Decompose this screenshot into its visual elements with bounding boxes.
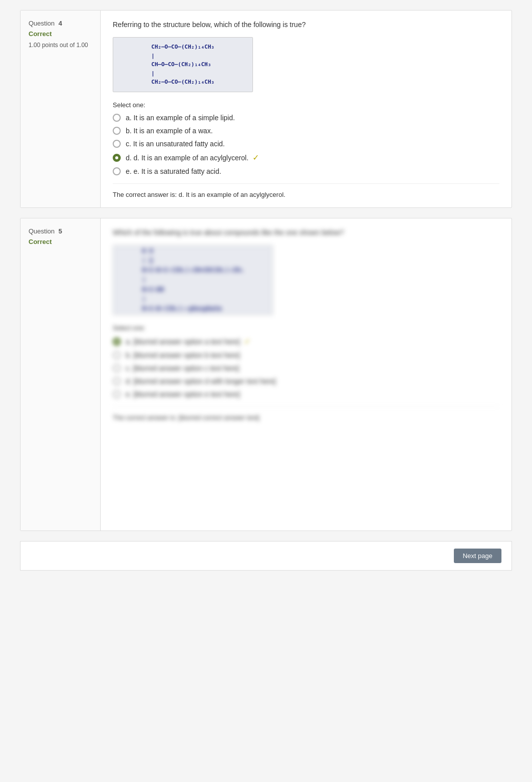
question-5-options: a. [blurred answer option a text here] ✓… [113,337,499,398]
question-4-points: 1.00 points out of 1.00 [29,41,92,50]
option-5a-text: a. [blurred answer option a text here] [126,338,240,346]
radio-5b[interactable] [113,351,121,359]
option-4e[interactable]: e. e. It is a saturated fatty acid. [113,167,499,175]
option-4b[interactable]: b. It is an example of a wax. [113,127,499,135]
option-5b-text: b. [blurred answer option b text here] [126,351,240,359]
question-4-image: CH₂—O—CO—(CH₂)₁₄CH₃ | CH—O—CO—(CH₂)₁₄CH₃… [113,37,253,92]
option-4e-text: e. e. It is a saturated fatty acid. [126,167,221,175]
option-4d-text: d. d. It is an example of an acylglycero… [126,154,248,162]
option-4c-text: c. It is an unsaturated fatty acid. [126,140,225,148]
option-5c[interactable]: c. [blurred answer option c text here] [113,364,499,372]
radio-4c[interactable] [113,140,121,148]
check-icon-4d: ✓ [252,153,259,162]
option-4b-text: b. It is an example of a wax. [126,127,213,135]
option-5e-text: e. [blurred answer option e text here] [126,390,240,398]
option-5d[interactable]: d. [blurred answer option d with longer … [113,377,499,385]
question-block-4: Question 4 Correct 1.00 points out of 1.… [20,10,512,208]
radio-4d[interactable] [113,154,121,162]
question-5-bottom-space [113,421,499,522]
option-4c[interactable]: c. It is an unsaturated fatty acid. [113,140,499,148]
question-4-content: Referring to the structure below, which … [101,11,511,207]
next-page-button[interactable]: Next page [454,549,501,563]
question-4-text: Referring to the structure below, which … [113,20,499,30]
bottom-navigation: Next page [20,541,512,571]
option-5e[interactable]: e. [blurred answer option e text here] [113,390,499,398]
option-5d-text: d. [blurred answer option d with longer … [126,377,276,385]
option-5b[interactable]: b. [blurred answer option b text here] [113,351,499,359]
radio-5c[interactable] [113,364,121,372]
question-5-image: H O | ‖ H—C—O—C—(CH₂)₇CH=CH(CH₂)₇CH₃ | H… [113,245,273,315]
question-5-text: Which of the following is true about com… [113,227,499,238]
question-5-correct-answer: The correct answer is: [blurred correct … [113,406,499,421]
question-4-options: a. It is an example of a simple lipid. b… [113,114,499,175]
question-4-status: Correct [29,30,92,38]
radio-5e[interactable] [113,390,121,398]
check-icon-5a: ✓ [244,337,250,346]
question-5-label: Question 5 [29,227,92,235]
radio-4e[interactable] [113,167,121,175]
question-5-sidebar: Question 5 Correct [21,218,101,531]
radio-4b[interactable] [113,127,121,135]
question-5-content: Which of the following is true about com… [101,218,511,531]
question-4-select-label: Select one: [113,101,499,109]
question-4-correct-answer: The correct answer is: d. It is an examp… [113,183,499,198]
page-container: Question 4 Correct 1.00 points out of 1.… [0,0,532,581]
radio-5d[interactable] [113,377,121,385]
option-4a[interactable]: a. It is an example of a simple lipid. [113,114,499,122]
option-5c-text: c. [blurred answer option c text here] [126,364,239,372]
option-4d[interactable]: d. d. It is an example of an acylglycero… [113,153,499,162]
question-4-label: Question 4 [29,20,92,27]
option-5a[interactable]: a. [blurred answer option a text here] ✓ [113,337,499,346]
radio-5a[interactable] [113,338,121,346]
question-4-sidebar: Question 4 Correct 1.00 points out of 1.… [21,11,101,207]
question-block-5: Question 5 Correct Which of the followin… [20,218,512,531]
question-5-select-label: Select one: [113,324,499,332]
option-4a-text: a. It is an example of a simple lipid. [126,114,235,122]
question-5-status: Correct [29,238,92,245]
radio-4a[interactable] [113,114,121,122]
